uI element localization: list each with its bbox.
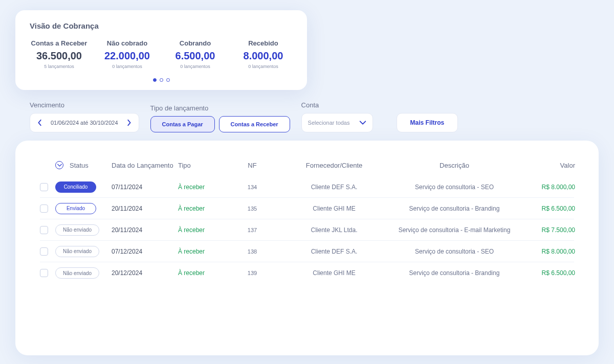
carousel-dots[interactable] [30, 78, 293, 82]
billing-summary-card: Visão de Cobrança Contas a Receber36.500… [15, 10, 307, 90]
row-tipo: À receber [178, 205, 229, 212]
row-checkbox[interactable] [40, 226, 48, 234]
row-tipo: À receber [178, 248, 229, 255]
row-tipo: À receber [178, 269, 229, 277]
summary-item-label: Contas a Receber [30, 39, 89, 47]
table-row[interactable]: Não enviado07/12/2024À receber138Cliente… [40, 241, 574, 262]
transactions-table-card: Status Data do Lançamento Tipo NF Fornec… [15, 141, 599, 355]
row-desc: Serviço de consultoria - Branding [393, 205, 516, 212]
row-provider: Cliente DEF S.A. [275, 248, 393, 255]
row-provider: Cliente GHI ME [275, 205, 393, 212]
row-date: 20/11/2024 [112, 205, 178, 212]
filter-bar: Vencimento 01/06/2024 até 30/10/2024 Tip… [30, 101, 614, 132]
tipo-contas-a-pagar[interactable]: Contas a Pagar [150, 116, 215, 132]
expand-all-icon[interactable] [55, 161, 63, 169]
tipo-contas-a-receber[interactable]: Contas a Receber [219, 116, 290, 132]
row-date: 07/12/2024 [112, 248, 178, 255]
dot-2[interactable] [160, 78, 163, 82]
status-badge[interactable]: Não enviado [55, 246, 99, 257]
filter-conta-group: Conta Selecionar todas [301, 101, 373, 132]
summary-item-sub: 0 lançamentos [166, 64, 225, 69]
filter-tipo-group: Tipo de lançamento Contas a Pagar Contas… [150, 104, 290, 132]
row-desc: Serviço de consultoria - E-mail Marketin… [393, 226, 516, 234]
row-nf: 137 [229, 227, 275, 233]
row-checkbox[interactable] [40, 204, 48, 213]
row-valor: R$ 8.000,00 [516, 248, 577, 255]
summary-title: Visão de Cobrança [30, 21, 293, 30]
filter-conta-label: Conta [301, 101, 373, 109]
row-nf: 135 [229, 206, 275, 212]
table-body: Conciliado07/11/2024À receber134Cliente … [40, 176, 574, 284]
row-valor: R$ 6.500,00 [516, 269, 577, 277]
row-provider: Cliente JKL Ltda. [275, 226, 393, 234]
tipo-segmented: Contas a Pagar Contas a Receber [150, 116, 290, 132]
status-badge[interactable]: Enviado [55, 203, 96, 214]
th-desc: Descrição [393, 162, 516, 169]
summary-item-value: 6.500,00 [166, 50, 225, 62]
conta-select[interactable]: Selecionar todas [301, 113, 373, 132]
row-date: 20/12/2024 [112, 269, 178, 277]
summary-item-value: 36.500,00 [30, 50, 89, 62]
row-nf: 134 [229, 184, 275, 190]
row-date: 07/11/2024 [112, 184, 178, 191]
summary-item-label: Cobrando [166, 39, 225, 47]
summary-item-sub: 0 lançamentos [98, 64, 157, 69]
summary-item-value: 8.000,00 [234, 50, 293, 62]
row-nf: 138 [229, 248, 275, 255]
dot-3[interactable] [166, 78, 170, 82]
row-checkbox[interactable] [40, 247, 48, 256]
summary-item-1: Não cobrado22.000,000 lançamentos [98, 39, 157, 69]
status-badge[interactable]: Conciliado [55, 181, 96, 193]
row-date: 20/11/2024 [112, 226, 178, 234]
table-header: Status Data do Lançamento Tipo NF Fornec… [40, 161, 574, 176]
row-checkbox[interactable] [40, 269, 48, 277]
th-status: Status [55, 161, 112, 169]
summary-item-sub: 0 lançamentos [234, 64, 293, 69]
row-nf: 139 [229, 270, 275, 276]
summary-item-label: Não cobrado [98, 39, 157, 47]
th-valor: Valor [516, 162, 577, 169]
filter-tipo-label: Tipo de lançamento [150, 104, 290, 112]
th-provider: Fornecedor/Cliente [275, 162, 393, 169]
th-nf: NF [229, 162, 275, 169]
dot-1[interactable] [153, 78, 157, 82]
chevron-right-icon[interactable] [123, 117, 135, 128]
row-desc: Serviço de consultoria - Branding [393, 269, 516, 277]
row-desc: Serviço de consultoria - SEO [393, 248, 516, 255]
row-valor: R$ 7.500,00 [516, 226, 577, 234]
summary-item-0: Contas a Receber36.500,005 lançamentos [30, 39, 89, 69]
table-row[interactable]: Não enviado20/11/2024À receber137Cliente… [40, 219, 574, 241]
row-checkbox[interactable] [40, 183, 48, 191]
row-provider: Cliente DEF S.A. [275, 184, 393, 191]
summary-item-3: Recebido8.000,000 lançamentos [234, 39, 293, 69]
chevron-left-icon[interactable] [34, 117, 46, 128]
summary-item-label: Recebido [234, 39, 293, 47]
date-range-text: 01/06/2024 até 30/10/2024 [46, 120, 123, 126]
th-tipo: Tipo [178, 162, 229, 169]
status-badge[interactable]: Não enviado [55, 224, 99, 236]
row-tipo: À receber [178, 226, 229, 234]
row-tipo: À receber [178, 184, 229, 191]
table-row[interactable]: Enviado20/11/2024À receber135Cliente GHI… [40, 198, 574, 219]
chevron-down-icon [359, 119, 366, 127]
more-filters-button[interactable]: Mais Filtros [397, 113, 458, 132]
summary-item-2: Cobrando6.500,000 lançamentos [166, 39, 225, 69]
row-valor: R$ 8.000,00 [516, 184, 577, 191]
summary-item-value: 22.000,00 [98, 50, 157, 62]
row-valor: R$ 6.500,00 [516, 205, 577, 212]
th-data: Data do Lançamento [112, 162, 178, 169]
filter-date-group: Vencimento 01/06/2024 até 30/10/2024 [30, 101, 139, 132]
table-row[interactable]: Conciliado07/11/2024À receber134Cliente … [40, 176, 574, 198]
summary-item-sub: 5 lançamentos [30, 64, 89, 69]
summary-row: Contas a Receber36.500,005 lançamentosNã… [30, 39, 293, 69]
filter-date-label: Vencimento [30, 101, 139, 109]
conta-placeholder: Selecionar todas [308, 120, 350, 126]
table-row[interactable]: Não enviado20/12/2024À receber139Cliente… [40, 262, 574, 284]
date-range-picker[interactable]: 01/06/2024 até 30/10/2024 [30, 113, 139, 132]
status-badge[interactable]: Não enviado [55, 267, 99, 279]
row-desc: Serviço de consultoria - SEO [393, 184, 516, 191]
row-provider: Cliente GHI ME [275, 269, 393, 277]
